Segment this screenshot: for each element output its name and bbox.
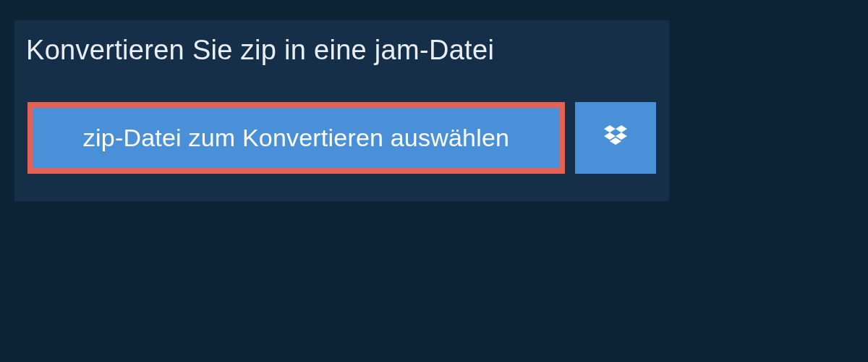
page-title: Konvertieren Sie zip in eine jam-Datei (14, 20, 516, 80)
select-file-button[interactable]: zip-Datei zum Konvertieren auswählen (27, 102, 565, 174)
dropbox-button[interactable] (575, 102, 656, 174)
actions-row: zip-Datei zum Konvertieren auswählen (14, 80, 669, 201)
dropbox-icon (601, 122, 630, 154)
convert-panel: Konvertieren Sie zip in eine jam-Datei z… (14, 20, 669, 201)
